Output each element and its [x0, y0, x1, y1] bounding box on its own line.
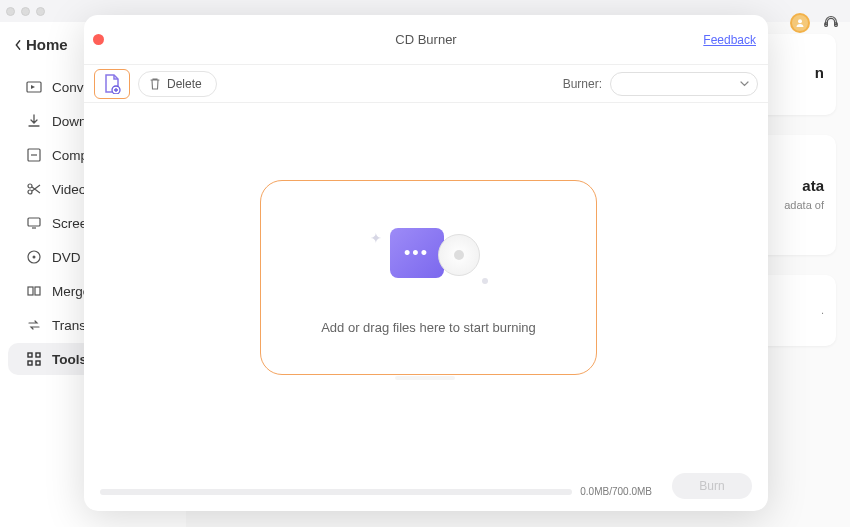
side-card-sub: adata of [766, 198, 824, 213]
cd-burner-modal: CD Burner Feedback Delete Burner: ✦ ••• … [84, 15, 768, 511]
drop-illustration: ✦ ••• [374, 220, 484, 280]
burner-label: Burner: [563, 77, 602, 91]
tools-icon [26, 351, 42, 367]
avatar[interactable] [790, 13, 810, 33]
modal-header: CD Burner Feedback [84, 15, 768, 65]
merge-icon [26, 283, 42, 299]
close-button[interactable] [93, 34, 104, 45]
transfer-icon [26, 317, 42, 333]
window-traffic-lights [6, 7, 45, 16]
folder-icon: ••• [390, 228, 444, 278]
chevron-down-icon [740, 81, 749, 87]
screen-icon [26, 215, 42, 231]
side-card-sub: . [766, 303, 824, 318]
svg-rect-4 [28, 218, 40, 226]
svg-rect-9 [28, 353, 32, 357]
sparkle-icon: ✦ [370, 230, 382, 246]
compress-icon [26, 147, 42, 163]
svg-point-13 [798, 19, 802, 23]
size-text: 0.0MB/700.0MB [580, 486, 652, 497]
converter-icon [26, 79, 42, 95]
scissors-icon [26, 181, 42, 197]
support-icon[interactable] [822, 12, 840, 34]
drop-text: Add or drag files here to start burning [321, 320, 536, 335]
delete-button[interactable]: Delete [138, 71, 217, 97]
svg-rect-11 [28, 361, 32, 365]
svg-point-2 [28, 184, 32, 188]
chevron-left-icon [14, 39, 22, 51]
add-file-icon [103, 74, 121, 94]
modal-footer: 0.0MB/700.0MB Burn [100, 486, 752, 497]
drop-zone[interactable]: ✦ ••• Add or drag files here to start bu… [260, 180, 597, 375]
trash-icon [149, 77, 161, 90]
burner-dropdown[interactable] [610, 72, 758, 96]
disc-icon [438, 234, 480, 276]
nav-label: Tools [52, 352, 87, 367]
modal-title: CD Burner [84, 32, 768, 47]
toolbar: Delete Burner: [84, 65, 768, 103]
capacity-bar: 0.0MB/700.0MB [100, 486, 652, 497]
burner-selector-row: Burner: [563, 72, 758, 96]
dot-icon [482, 278, 488, 284]
feedback-link[interactable]: Feedback [703, 33, 756, 47]
svg-rect-8 [35, 287, 40, 295]
home-label: Home [26, 36, 68, 53]
svg-point-6 [33, 256, 36, 259]
progress-track [100, 489, 572, 495]
svg-rect-10 [36, 353, 40, 357]
burn-button[interactable]: Burn [672, 473, 752, 499]
side-card-title: ata [766, 177, 824, 194]
delete-label: Delete [167, 77, 202, 91]
add-file-button[interactable] [94, 69, 130, 99]
download-icon [26, 113, 42, 129]
svg-rect-7 [28, 287, 33, 295]
svg-point-3 [28, 190, 32, 194]
top-right-controls [790, 12, 840, 34]
side-card-title: n [766, 64, 824, 81]
disc-icon [26, 249, 42, 265]
svg-rect-12 [36, 361, 40, 365]
